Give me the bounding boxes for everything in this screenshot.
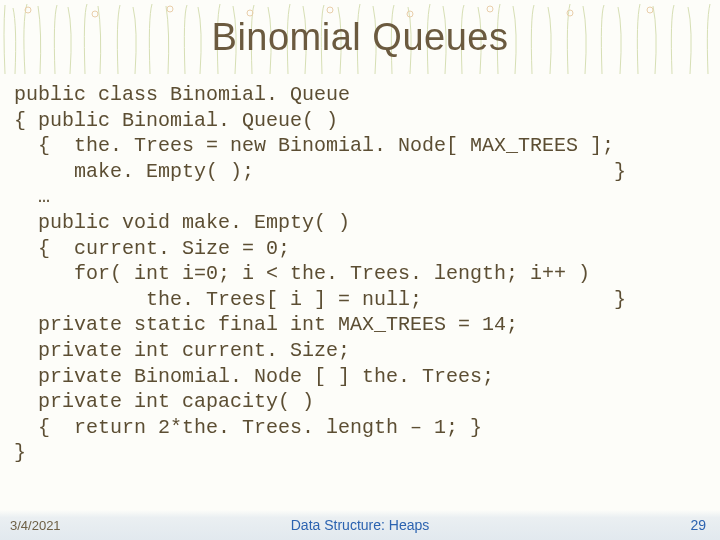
code-block: public class Binomial. Queue { public Bi… xyxy=(0,74,720,466)
svg-point-2 xyxy=(167,6,173,12)
code-line: the. Trees[ i ] = null; } xyxy=(14,288,626,311)
svg-point-6 xyxy=(487,6,493,12)
code-line: private static final int MAX_TREES = 14; xyxy=(14,313,518,336)
svg-point-1 xyxy=(92,11,98,17)
svg-point-4 xyxy=(327,7,333,13)
code-line: public class Binomial. Queue xyxy=(14,83,350,106)
code-line: { public Binomial. Queue( ) xyxy=(14,109,338,132)
slide-title: Binomial Queues xyxy=(212,16,509,59)
code-line: { the. Trees = new Binomial. Node[ MAX_T… xyxy=(14,134,614,157)
code-line: { return 2*the. Trees. length – 1; } xyxy=(14,416,482,439)
svg-point-7 xyxy=(567,10,573,16)
footer-page: 29 xyxy=(690,517,706,533)
code-line: { current. Size = 0; xyxy=(14,237,290,260)
code-line: private int capacity( ) xyxy=(14,390,314,413)
slide-header: Binomial Queues xyxy=(0,0,720,74)
code-line: private Binomial. Node [ ] the. Trees; xyxy=(14,365,494,388)
slide-footer: 3/4/2021 Data Structure: Heaps 29 xyxy=(0,510,720,540)
code-line: … xyxy=(14,185,50,208)
code-line: } xyxy=(14,441,26,464)
svg-point-8 xyxy=(647,7,653,13)
code-line: private int current. Size; xyxy=(14,339,350,362)
code-line: for( int i=0; i < the. Trees. length; i+… xyxy=(14,262,590,285)
footer-course: Data Structure: Heaps xyxy=(291,517,430,533)
code-line: public void make. Empty( ) xyxy=(14,211,350,234)
code-line: make. Empty( ); } xyxy=(14,160,626,183)
footer-date: 3/4/2021 xyxy=(10,518,61,533)
